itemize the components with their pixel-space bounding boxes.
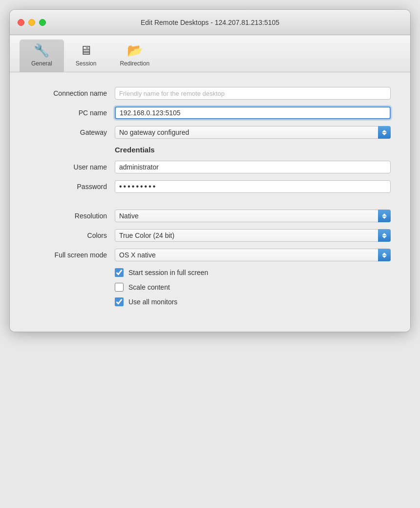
resolution-label: Resolution (29, 212, 115, 220)
resolution-select[interactable]: Native 1920x1080 1280x800 1024x768 (115, 210, 391, 222)
scale-content-label: Scale content (128, 283, 170, 291)
pc-name-label: PC name (29, 109, 115, 117)
close-button[interactable] (18, 19, 24, 26)
username-row: User name (29, 161, 391, 173)
titlebar: Edit Remote Desktops - 124.207.81.213:51… (10, 10, 410, 35)
credentials-label: Credentials (115, 146, 155, 154)
start-fullscreen-row: Start session in full screen (29, 268, 391, 277)
gateway-select-wrapper: No gateway configured Add gateway... Cus… (115, 126, 391, 139)
folder-icon: 📂 (127, 43, 143, 58)
fullscreen-label: Full screen mode (29, 251, 115, 259)
tab-redirection-label: Redirection (120, 60, 149, 67)
gateway-select[interactable]: No gateway configured Add gateway... Cus… (115, 126, 391, 139)
tab-general[interactable]: 🔧 General (20, 39, 64, 72)
connection-name-input[interactable] (115, 87, 391, 100)
colors-row: Colors True Color (24 bit) High Color (1… (29, 229, 391, 242)
tab-redirection[interactable]: 📂 Redirection (108, 39, 161, 72)
fullscreen-select[interactable]: OS X native Fullscreen Windowed (115, 249, 391, 261)
password-label: Password (29, 183, 115, 190)
start-fullscreen-label: Start session in full screen (128, 269, 208, 276)
tab-general-label: General (31, 60, 52, 67)
password-row: Password (29, 180, 391, 193)
connection-name-label: Connection name (29, 89, 115, 97)
scale-content-row: Scale content (29, 283, 391, 292)
monitor-icon: 🖥 (80, 43, 92, 58)
scale-content-checkbox[interactable] (115, 283, 124, 292)
traffic-lights (18, 19, 46, 26)
main-window: Edit Remote Desktops - 124.207.81.213:51… (10, 10, 410, 332)
tab-session[interactable]: 🖥 Session (64, 39, 108, 72)
fullscreen-select-wrapper: OS X native Fullscreen Windowed (115, 249, 391, 261)
minimize-button[interactable] (28, 19, 35, 26)
password-input[interactable] (115, 180, 391, 193)
gateway-row: Gateway No gateway configured Add gatewa… (29, 126, 391, 139)
use-all-monitors-row: Use all monitors (29, 297, 391, 306)
username-label: User name (29, 163, 115, 171)
connection-name-row: Connection name (29, 87, 391, 100)
username-input[interactable] (115, 161, 391, 173)
colors-select[interactable]: True Color (24 bit) High Color (16 bit) … (115, 229, 391, 242)
use-all-monitors-checkbox[interactable] (115, 297, 124, 306)
use-all-monitors-label: Use all monitors (128, 298, 177, 306)
window-title: Edit Remote Desktops - 124.207.81.213:51… (141, 19, 279, 26)
credentials-header-row: Credentials (29, 146, 391, 154)
start-fullscreen-checkbox[interactable] (115, 268, 124, 277)
pc-name-row: PC name (29, 106, 391, 119)
pc-name-input[interactable] (115, 106, 391, 119)
maximize-button[interactable] (39, 19, 46, 26)
colors-select-wrapper: True Color (24 bit) High Color (16 bit) … (115, 229, 391, 242)
resolution-row: Resolution Native 1920x1080 1280x800 102… (29, 210, 391, 222)
tab-session-label: Session (76, 60, 97, 67)
resolution-select-wrapper: Native 1920x1080 1280x800 1024x768 (115, 210, 391, 222)
toolbar: 🔧 General 🖥 Session 📂 Redirection (10, 35, 410, 72)
section-separator (29, 200, 391, 210)
fullscreen-row: Full screen mode OS X native Fullscreen … (29, 249, 391, 261)
content-area: Connection name PC name Gateway No gatew… (10, 72, 410, 332)
gateway-label: Gateway (29, 128, 115, 136)
wrench-icon: 🔧 (34, 43, 49, 58)
colors-label: Colors (29, 232, 115, 239)
